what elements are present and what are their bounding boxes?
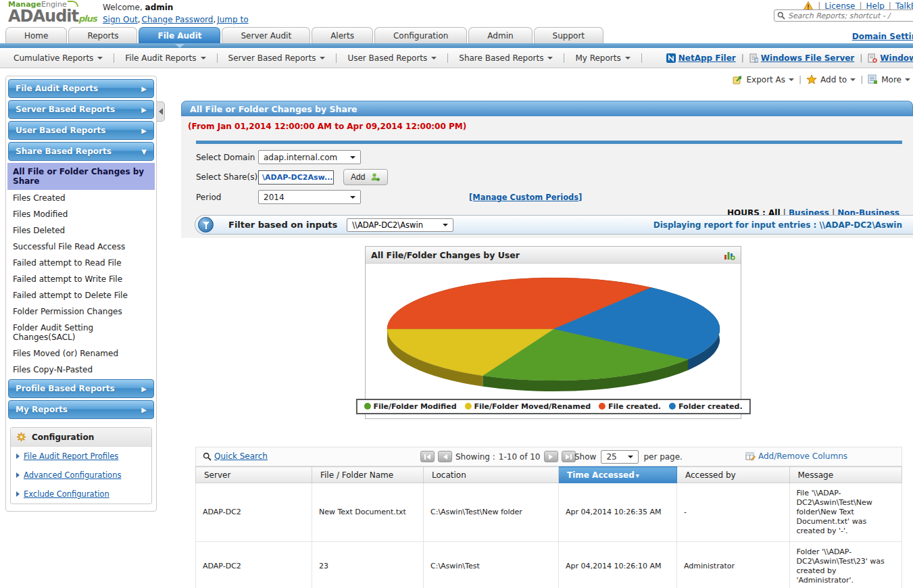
nav-tab[interactable]: Alerts <box>312 27 373 43</box>
section-arrow-icon: ▶ <box>141 406 147 414</box>
session-link[interactable]: Sign Out <box>103 15 138 24</box>
sidebar-item[interactable]: Files Copy-N-Pasted <box>7 362 155 378</box>
nav-tab[interactable]: Support <box>534 27 603 43</box>
menu-item[interactable]: User Based Reports <box>337 53 448 63</box>
sidebar-item[interactable]: Folder Audit Setting Changes(SACL) <box>7 320 155 345</box>
chevron-down-icon <box>905 78 910 81</box>
sidebar-section-header[interactable]: User Based Reports▶ <box>8 121 154 140</box>
session-links: Sign OutChange PasswordJump to <box>103 15 249 24</box>
sidebar-item[interactable]: Files Moved (or) Renamed <box>7 345 155 362</box>
sidebar-item[interactable]: Folder Permission Changes <box>7 303 155 320</box>
chevron-down-icon <box>97 57 103 59</box>
sidebar-collapse-handle[interactable] <box>157 101 165 122</box>
chevron-down-icon <box>443 224 448 226</box>
sidebar-section-header[interactable]: Profile Based Reports▶ <box>8 379 154 398</box>
search-input[interactable] <box>788 11 913 20</box>
export-as-button[interactable]: Export As <box>733 75 795 84</box>
nav-tab[interactable]: Reports <box>68 27 137 43</box>
search-box[interactable] <box>774 9 913 22</box>
period-select[interactable]: 2014 <box>258 190 361 204</box>
sidebar-item[interactable]: All File or Folder Changes by Share <box>7 163 155 190</box>
chevron-down-icon <box>201 57 206 59</box>
sidebar-section-header[interactable]: My Reports▶ <box>8 400 154 419</box>
add-to-button[interactable]: Add to <box>806 74 856 84</box>
menu-item[interactable]: File Audit Reports <box>114 53 217 63</box>
sidebar-section-header[interactable]: Server Based Reports▶ <box>8 100 154 119</box>
windows-file-server-link[interactable]: Windows File Server <box>749 53 854 63</box>
cell-message: File '\\ADAP-DC2\Aswin\Test\New folder\N… <box>789 483 902 542</box>
prev-page-button[interactable] <box>438 451 452 462</box>
sidebar-item[interactable]: Files Created <box>7 190 155 206</box>
nav-tab[interactable]: Home <box>5 27 67 43</box>
configuration-link[interactable]: File Audit Report Profiles <box>11 447 151 466</box>
session-link[interactable]: Jump to <box>217 15 248 24</box>
sidebar-item[interactable]: Successful File Read Access <box>7 239 155 255</box>
file-server-icon <box>749 53 758 63</box>
cell-message: Folder '\\ADAP-DC2\Aswin\Test\23' was cr… <box>789 542 902 588</box>
domain-select[interactable]: adap.internal.com <box>258 150 361 164</box>
add-remove-columns-button[interactable]: Add/Remove Columns <box>745 451 847 461</box>
sidebar-item[interactable]: Failed attempt to Delete File <box>7 287 155 303</box>
cell-file-folder-name: New Text Document.txt <box>312 483 424 542</box>
table-row[interactable]: ADAP-DC2 New Text Document.txt C:\Aswin\… <box>196 483 902 542</box>
filter-label: Filter based on inputs <box>228 220 337 230</box>
change-chart-type-icon[interactable] <box>724 250 735 260</box>
collapse-arrow-icon <box>159 108 163 115</box>
pagination: Showing : 1-10 of 10 <box>420 451 576 462</box>
domain-settings-link[interactable]: Domain Settings <box>852 32 913 41</box>
menu-item[interactable]: Server Based Reports <box>218 53 337 63</box>
legend-item: Folder created. <box>669 402 743 411</box>
more-button[interactable]: More <box>868 74 910 84</box>
nav-tab[interactable]: Server Audit <box>222 27 310 43</box>
export-icon <box>733 75 743 84</box>
column-header[interactable]: Server <box>196 467 312 483</box>
column-header[interactable]: File / Folder Name <box>312 467 424 483</box>
configuration-header: Configuration <box>11 428 151 447</box>
nav-tab[interactable]: Admin <box>468 27 532 43</box>
next-page-button[interactable] <box>544 451 558 462</box>
windows-failover-cluster-link[interactable]: Windows FailOver Cluster <box>868 53 913 63</box>
menu-item[interactable]: My Reports <box>564 53 641 63</box>
sidebar-section-header[interactable]: Share Based Reports▼ <box>8 142 154 161</box>
sidebar-item[interactable]: Files Deleted <box>7 222 155 239</box>
column-header[interactable]: Time Accessed▾ <box>559 467 677 483</box>
product-name: ADAuditplus <box>8 8 97 24</box>
report-title-bar: All File or Folder Changes by Share <box>181 101 913 116</box>
shares-input[interactable]: \ADAP-DC2Asw... <box>258 170 334 185</box>
menu-item[interactable]: Share Based Reports <box>448 53 564 63</box>
session-link[interactable]: Change Password <box>142 15 214 24</box>
column-header[interactable]: Message <box>789 467 902 483</box>
menu-item[interactable]: Cumulative Reports <box>3 53 114 63</box>
show-label: Show <box>574 452 596 462</box>
add-share-button[interactable]: Add <box>343 169 388 185</box>
filter-input-select[interactable]: \\ADAP-DC2\Aswin <box>347 218 453 232</box>
configuration-link[interactable]: Advanced Configurations <box>11 466 151 485</box>
quick-search[interactable]: Quick Search <box>203 451 268 461</box>
sidebar-item[interactable]: Files Modified <box>7 206 155 222</box>
last-page-button[interactable] <box>562 451 576 462</box>
nav-tab[interactable]: Configuration <box>374 27 467 43</box>
sidebar-section-header[interactable]: File Audit Reports▶ <box>8 79 154 98</box>
configuration-box: Configuration File Audit Report Profiles… <box>10 427 152 504</box>
period-label: Period <box>196 193 258 202</box>
column-header[interactable]: Location <box>424 467 559 483</box>
cell-server: ADAP-DC2 <box>196 542 312 588</box>
page-size-select[interactable]: 25 <box>601 450 639 464</box>
gear-icon <box>16 432 26 442</box>
section-arrow-icon: ▶ <box>141 106 147 114</box>
table-row[interactable]: ADAP-DC2 23 C:\Aswin\Test Apr 04,2014 10… <box>196 542 902 588</box>
chevron-down-icon <box>350 156 355 159</box>
column-header[interactable]: Accessed by <box>677 467 790 483</box>
displaying-report-text: Displaying report for input entries : \\… <box>653 220 913 230</box>
first-page-button[interactable] <box>420 451 435 462</box>
nav-tab[interactable]: File Audit <box>139 27 220 43</box>
bullet-arrow-icon <box>16 491 20 497</box>
cell-server: ADAP-DC2 <box>196 483 312 542</box>
page-title: All File or Folder Changes by Share <box>190 104 357 114</box>
sidebar-item[interactable]: Failed attempt to Write File <box>7 271 155 287</box>
sidebar-item[interactable]: Failed attempt to Read File <box>7 255 155 271</box>
netapp-filer-link[interactable]: NetApp Filer <box>666 53 736 63</box>
more-options-icon <box>868 74 878 84</box>
configuration-link[interactable]: Exclude Configuration <box>11 485 151 504</box>
manage-custom-periods-link[interactable]: [Manage Custom Periods] <box>469 193 582 202</box>
